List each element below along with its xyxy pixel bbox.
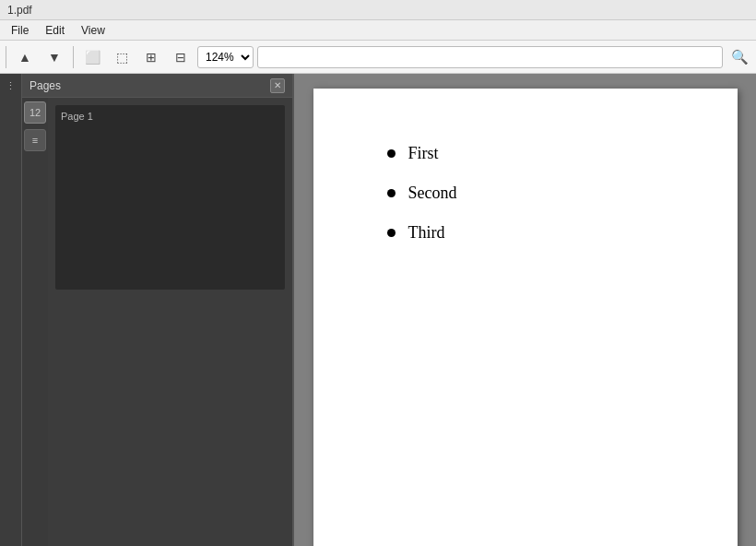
app-title: 1.pdf	[7, 4, 32, 17]
nav-down-icon: ▼	[48, 50, 61, 65]
bullet-dot	[387, 149, 396, 158]
pdf-area: First Second Third	[294, 74, 756, 546]
list-item: Second	[387, 184, 682, 203]
bullet-dot	[387, 189, 396, 197]
toolbar-separator-1	[6, 46, 6, 68]
sidebar-header: Pages ✕	[22, 74, 292, 98]
tab-bookmarks[interactable]: ≡	[24, 129, 46, 151]
panel-drag-icon: ⋮	[3, 77, 19, 94]
title-bar: 1.pdf	[0, 0, 756, 20]
sidebar: Pages ✕ 12 ≡ Page 1	[22, 74, 294, 546]
list-item-text: Second	[408, 184, 457, 203]
fit-width-button[interactable]: ⬚	[109, 44, 135, 70]
zoom-in-button[interactable]: ⊞	[138, 44, 164, 70]
list-item-text: First	[408, 144, 439, 163]
page-thumbnail-1[interactable]: Page 1	[55, 105, 285, 290]
toolbar: ▲ ▼ ⬜ ⬚ ⊞ ⊟ 50% 75% 100% 124% 150% 200% …	[0, 41, 756, 74]
nav-up-button[interactable]: ▲	[12, 44, 38, 70]
fit-page-button[interactable]: ⬜	[79, 44, 105, 70]
close-sidebar-button[interactable]: ✕	[270, 78, 285, 93]
pages-label: Pages	[30, 79, 61, 92]
nav-down-button[interactable]: ▼	[41, 44, 67, 70]
fit-page-icon: ⬜	[85, 50, 100, 65]
search-input[interactable]	[257, 46, 723, 68]
bullet-list: First Second Third	[387, 144, 682, 243]
sidebar-tab-panel: 12 ≡	[22, 98, 48, 546]
menu-file[interactable]: File	[4, 22, 36, 39]
page-1-label: Page 1	[61, 111, 93, 122]
zoom-out-button[interactable]: ⊟	[168, 44, 194, 70]
pdf-page: First Second Third	[313, 89, 738, 546]
list-item: Third	[387, 223, 682, 243]
zoom-select[interactable]: 50% 75% 100% 124% 150% 200%	[197, 46, 254, 68]
menu-view[interactable]: View	[74, 22, 112, 39]
toolbar-separator-2	[73, 46, 74, 68]
pdf-content: First Second Third	[313, 89, 738, 300]
zoom-out-icon: ⊟	[175, 50, 186, 65]
menu-edit[interactable]: Edit	[38, 22, 72, 39]
nav-up-icon: ▲	[18, 50, 31, 65]
main-area: ⋮ Pages ✕ 12 ≡ Page 1	[0, 74, 756, 546]
zoom-in-icon: ⊞	[146, 50, 157, 65]
list-item: First	[387, 144, 682, 163]
list-item-text: Third	[408, 223, 445, 243]
left-icon-panel: ⋮	[0, 74, 22, 546]
search-icon: 🔍	[731, 49, 749, 65]
bullet-dot	[387, 229, 396, 237]
fit-width-icon: ⬚	[116, 50, 128, 65]
sidebar-header-left: Pages	[30, 79, 61, 92]
search-button[interactable]: 🔍	[726, 44, 752, 70]
page-thumbnails-panel: Page 1	[48, 98, 292, 546]
tab-thumbnails[interactable]: 12	[24, 101, 46, 124]
menu-bar: File Edit View	[0, 20, 756, 41]
